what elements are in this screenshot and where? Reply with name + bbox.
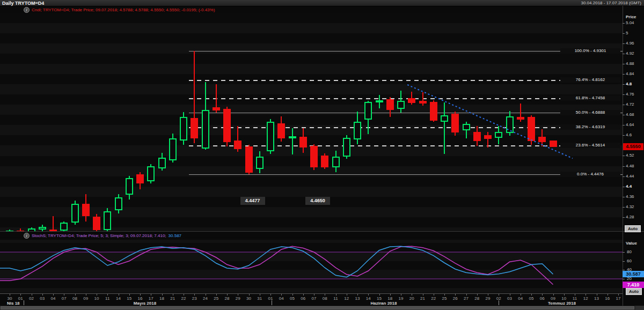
time-axis-tick xyxy=(107,294,108,296)
price-axis-tick-label: 4.48 xyxy=(626,164,634,168)
price-axis-tick xyxy=(623,64,625,64)
time-axis-tick xyxy=(608,294,608,296)
fib-level-line[interactable] xyxy=(189,127,623,128)
time-axis-tick xyxy=(564,294,565,296)
time-axis-tick xyxy=(347,294,347,296)
fib-level-label[interactable]: 23.6% - 4.5614 xyxy=(560,143,620,148)
fib-level-line[interactable] xyxy=(189,174,623,175)
time-axis-tick xyxy=(32,294,32,296)
fib-level-label[interactable]: 61.8% - 4.7458 xyxy=(560,95,620,101)
time-axis-tick xyxy=(227,294,228,296)
price-axis-auto-button[interactable]: Auto xyxy=(625,225,641,232)
fib-level-line[interactable] xyxy=(189,113,623,113)
candle-body xyxy=(60,223,68,230)
price-axis-tick-label: 4.36 xyxy=(626,194,634,199)
value-axis-tick xyxy=(623,279,625,279)
fib-level-line[interactable] xyxy=(189,51,623,51)
price-annotation: 4.4477 xyxy=(240,197,265,205)
time-axis-tick xyxy=(97,294,97,296)
fib-level-line[interactable] xyxy=(189,98,623,99)
fib-level-label[interactable]: 50.0% - 4.6888 xyxy=(560,110,620,115)
candle-body xyxy=(517,117,524,120)
x-axis-day-label: 05 xyxy=(526,296,536,301)
time-axis-tick xyxy=(444,294,445,296)
time-axis-line xyxy=(0,293,623,294)
x-axis-day-label: 24 xyxy=(201,296,210,301)
stochastic-legend[interactable]: i StochS; TRYTOM=D4; Trade Price; 5; 3; … xyxy=(24,233,181,239)
x-axis-day-label: 14 xyxy=(363,296,373,301)
background-band xyxy=(0,187,623,197)
candle-body xyxy=(376,100,383,102)
x-axis-day-label: 29 xyxy=(483,296,493,301)
fib-level-label[interactable]: 76.4% - 4.8162 xyxy=(560,77,620,83)
time-axis-tick xyxy=(86,294,86,296)
x-axis-day-label: 29 xyxy=(233,296,243,301)
candle-body xyxy=(267,122,274,151)
price-axis-tick xyxy=(623,166,625,167)
price-axis-tick-label: 4.76 xyxy=(626,92,634,97)
x-axis-day-label: 12 xyxy=(581,296,590,301)
fib-level-label[interactable]: 0.0% - 4.4476 xyxy=(560,172,620,177)
fib-level-line[interactable] xyxy=(189,145,623,146)
scrollbar-corner xyxy=(635,306,644,310)
candle-body xyxy=(104,211,111,230)
value-axis-auto-button[interactable]: Auto xyxy=(626,288,642,295)
candle-body xyxy=(495,132,502,138)
time-axis-tick xyxy=(140,294,141,296)
time-axis-tick xyxy=(336,294,336,296)
price-axis-tick xyxy=(623,187,625,187)
price-axis-tick-label: 4.96 xyxy=(626,41,634,46)
candle-body xyxy=(234,141,241,149)
candle-legend[interactable]: i Cndl; TRYTOM=D4; Trade Price; 09.07.20… xyxy=(24,7,215,13)
time-axis-tick xyxy=(401,294,401,296)
time-axis-tick xyxy=(488,294,488,296)
x-axis-day-label: 23 xyxy=(189,296,199,301)
time-axis-tick xyxy=(531,294,532,296)
value-axis-tick xyxy=(623,252,625,253)
scrollbar-thumb[interactable] xyxy=(1,306,634,309)
candle-wick xyxy=(444,102,445,153)
x-axis-day-label: 31 xyxy=(255,296,265,301)
x-axis-day-label: 08 xyxy=(320,296,330,301)
info-icon[interactable]: i xyxy=(24,233,30,239)
x-axis-month-label: Haziran 2018 xyxy=(352,301,416,306)
main-price-panel: 100.0% - 4.930176.4% - 4.816261.8% - 4.7… xyxy=(0,13,623,232)
candle-body xyxy=(256,157,264,169)
panel-divider[interactable] xyxy=(0,231,644,232)
x-axis-day-label: 28 xyxy=(472,296,482,301)
x-axis-day-label: 25 xyxy=(440,296,449,301)
candle-body xyxy=(289,136,296,138)
date-range-label: 30.04.2018 - 17.07.2018 (GMT) xyxy=(581,1,641,5)
fib-level-line[interactable] xyxy=(189,80,623,81)
chart-window: Daily TRYTOM=D4 30.04.2018 - 17.07.2018 … xyxy=(0,0,644,310)
fib-level-label[interactable]: 100.0% - 4.9301 xyxy=(560,48,620,54)
time-axis-tick xyxy=(10,294,10,296)
value-axis-tick-label: 80 xyxy=(627,249,632,254)
price-axis-tick-label: 4.52 xyxy=(626,153,634,158)
candle-body xyxy=(136,174,144,183)
candle-wick xyxy=(292,128,293,154)
time-axis-tick xyxy=(499,294,499,296)
candle-body xyxy=(463,124,470,130)
time-axis-tick xyxy=(216,294,217,296)
time-axis-tick xyxy=(553,294,554,296)
title-bar: Daily TRYTOM=D4 30.04.2018 - 17.07.2018 … xyxy=(0,0,644,6)
price-axis-tick xyxy=(623,105,625,105)
price-axis-tick xyxy=(623,74,625,75)
stochastic-d-badge: 7.410 xyxy=(623,282,644,288)
x-axis-day-label: 30 xyxy=(244,296,254,301)
time-axis-tick xyxy=(618,294,619,296)
value-axis-title: Value xyxy=(626,241,637,246)
candle-body xyxy=(245,146,253,173)
x-axis-day-label: 12 xyxy=(342,296,352,301)
time-axis-tick xyxy=(64,294,64,296)
candle-body xyxy=(299,137,307,147)
candle-body xyxy=(180,117,187,141)
stochastic-plot-layer xyxy=(0,240,623,293)
candle-body xyxy=(321,156,328,167)
fib-level-label[interactable]: 38.2% - 4.6319 xyxy=(560,124,620,130)
candle-body xyxy=(451,114,459,132)
info-icon[interactable]: i xyxy=(24,7,30,13)
candle-body xyxy=(343,138,350,157)
x-axis-day-label: 08 xyxy=(70,296,80,301)
